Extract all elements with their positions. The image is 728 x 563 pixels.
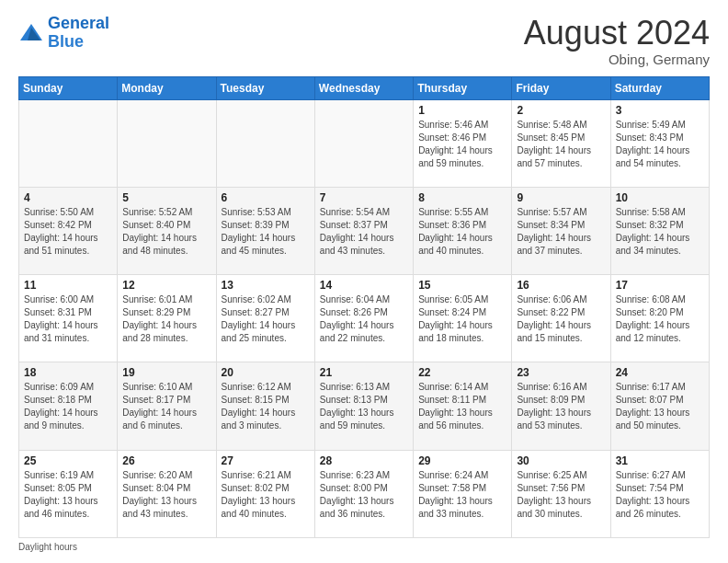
calendar-cell: 16Sunrise: 6:06 AM Sunset: 8:22 PM Dayli…	[512, 275, 610, 362]
day-info: Sunrise: 6:06 AM Sunset: 8:22 PM Dayligh…	[517, 293, 605, 345]
logo-icon	[18, 20, 44, 46]
day-info: Sunrise: 5:50 AM Sunset: 8:42 PM Dayligh…	[24, 206, 112, 258]
calendar-week-row: 11Sunrise: 6:00 AM Sunset: 8:31 PM Dayli…	[19, 275, 710, 362]
day-info: Sunrise: 5:46 AM Sunset: 8:46 PM Dayligh…	[418, 119, 506, 170]
day-number: 14	[320, 279, 408, 292]
calendar-cell: 24Sunrise: 6:17 AM Sunset: 8:07 PM Dayli…	[610, 362, 709, 450]
calendar-cell: 12Sunrise: 6:01 AM Sunset: 8:29 PM Dayli…	[118, 275, 216, 362]
calendar-cell: 8Sunrise: 5:55 AM Sunset: 8:36 PM Daylig…	[414, 187, 512, 274]
day-info: Sunrise: 5:52 AM Sunset: 8:40 PM Dayligh…	[122, 206, 210, 258]
calendar: SundayMondayTuesdayWednesdayThursdayFrid…	[18, 76, 710, 538]
day-info: Sunrise: 5:53 AM Sunset: 8:39 PM Dayligh…	[222, 206, 310, 258]
day-info: Sunrise: 5:49 AM Sunset: 8:43 PM Dayligh…	[616, 119, 704, 170]
day-info: Sunrise: 6:16 AM Sunset: 8:09 PM Dayligh…	[517, 381, 605, 432]
day-number: 21	[320, 366, 408, 379]
calendar-cell: 11Sunrise: 6:00 AM Sunset: 8:31 PM Dayli…	[19, 275, 118, 362]
calendar-cell: 27Sunrise: 6:21 AM Sunset: 8:02 PM Dayli…	[216, 450, 314, 537]
day-info: Sunrise: 6:21 AM Sunset: 8:02 PM Dayligh…	[222, 469, 310, 521]
calendar-cell: 28Sunrise: 6:23 AM Sunset: 8:00 PM Dayli…	[314, 450, 413, 537]
logo-text: General Blue	[48, 15, 109, 52]
calendar-cell: 2Sunrise: 5:48 AM Sunset: 8:45 PM Daylig…	[512, 99, 610, 187]
calendar-day-header: Friday	[512, 76, 610, 99]
day-number: 9	[517, 191, 605, 204]
day-number: 28	[320, 454, 408, 467]
day-info: Sunrise: 6:10 AM Sunset: 8:17 PM Dayligh…	[122, 381, 210, 432]
day-info: Sunrise: 6:25 AM Sunset: 7:56 PM Dayligh…	[517, 469, 605, 521]
calendar-week-row: 25Sunrise: 6:19 AM Sunset: 8:05 PM Dayli…	[19, 450, 710, 537]
calendar-cell: 1Sunrise: 5:46 AM Sunset: 8:46 PM Daylig…	[414, 99, 512, 187]
day-number: 10	[616, 191, 704, 204]
day-number: 30	[517, 454, 605, 467]
day-number: 6	[222, 191, 310, 204]
day-info: Sunrise: 5:55 AM Sunset: 8:36 PM Dayligh…	[418, 206, 506, 258]
calendar-cell	[19, 99, 118, 187]
calendar-cell	[216, 99, 314, 187]
calendar-day-header: Saturday	[610, 76, 709, 99]
day-info: Sunrise: 6:27 AM Sunset: 7:54 PM Dayligh…	[616, 469, 704, 521]
logo: General Blue	[18, 15, 109, 52]
day-info: Sunrise: 6:00 AM Sunset: 8:31 PM Dayligh…	[24, 293, 112, 345]
day-info: Sunrise: 5:58 AM Sunset: 8:32 PM Dayligh…	[616, 206, 704, 258]
calendar-cell: 29Sunrise: 6:24 AM Sunset: 7:58 PM Dayli…	[414, 450, 512, 537]
calendar-cell: 23Sunrise: 6:16 AM Sunset: 8:09 PM Dayli…	[512, 362, 610, 450]
day-number: 13	[222, 279, 310, 292]
day-info: Sunrise: 6:20 AM Sunset: 8:04 PM Dayligh…	[122, 469, 210, 521]
day-info: Sunrise: 5:57 AM Sunset: 8:34 PM Dayligh…	[517, 206, 605, 258]
day-info: Sunrise: 6:12 AM Sunset: 8:15 PM Dayligh…	[222, 381, 310, 432]
calendar-cell: 13Sunrise: 6:02 AM Sunset: 8:27 PM Dayli…	[216, 275, 314, 362]
day-number: 20	[222, 366, 310, 379]
day-info: Sunrise: 6:19 AM Sunset: 8:05 PM Dayligh…	[24, 469, 112, 521]
calendar-day-header: Wednesday	[314, 76, 413, 99]
day-info: Sunrise: 6:24 AM Sunset: 7:58 PM Dayligh…	[418, 469, 506, 521]
day-number: 19	[122, 366, 210, 379]
day-number: 22	[418, 366, 506, 379]
day-info: Sunrise: 6:17 AM Sunset: 8:07 PM Dayligh…	[616, 381, 704, 432]
day-number: 27	[222, 454, 310, 467]
calendar-cell: 21Sunrise: 6:13 AM Sunset: 8:13 PM Dayli…	[314, 362, 413, 450]
day-info: Sunrise: 6:04 AM Sunset: 8:26 PM Dayligh…	[320, 293, 408, 345]
day-info: Sunrise: 6:01 AM Sunset: 8:29 PM Dayligh…	[122, 293, 210, 345]
day-info: Sunrise: 6:23 AM Sunset: 8:00 PM Dayligh…	[320, 469, 408, 521]
day-number: 1	[418, 104, 506, 117]
day-number: 17	[616, 279, 704, 292]
day-number: 16	[517, 279, 605, 292]
calendar-cell: 4Sunrise: 5:50 AM Sunset: 8:42 PM Daylig…	[19, 187, 118, 274]
day-number: 24	[616, 366, 704, 379]
day-number: 26	[122, 454, 210, 467]
calendar-header-row: SundayMondayTuesdayWednesdayThursdayFrid…	[19, 76, 710, 99]
day-number: 31	[616, 454, 704, 467]
month-year: August 2024	[524, 15, 710, 52]
logo-blue: Blue	[48, 32, 84, 51]
calendar-day-header: Tuesday	[216, 76, 314, 99]
day-info: Sunrise: 5:54 AM Sunset: 8:37 PM Dayligh…	[320, 206, 408, 258]
calendar-day-header: Monday	[118, 76, 216, 99]
calendar-cell: 5Sunrise: 5:52 AM Sunset: 8:40 PM Daylig…	[118, 187, 216, 274]
calendar-cell: 18Sunrise: 6:09 AM Sunset: 8:18 PM Dayli…	[19, 362, 118, 450]
day-number: 2	[517, 104, 605, 117]
calendar-cell: 6Sunrise: 5:53 AM Sunset: 8:39 PM Daylig…	[216, 187, 314, 274]
day-info: Sunrise: 6:13 AM Sunset: 8:13 PM Dayligh…	[320, 381, 408, 432]
calendar-day-header: Thursday	[414, 76, 512, 99]
calendar-cell: 26Sunrise: 6:20 AM Sunset: 8:04 PM Dayli…	[118, 450, 216, 537]
calendar-week-row: 18Sunrise: 6:09 AM Sunset: 8:18 PM Dayli…	[19, 362, 710, 450]
calendar-cell: 3Sunrise: 5:49 AM Sunset: 8:43 PM Daylig…	[610, 99, 709, 187]
day-number: 3	[616, 104, 704, 117]
page: General Blue August 2024 Obing, Germany …	[0, 0, 728, 563]
calendar-week-row: 1Sunrise: 5:46 AM Sunset: 8:46 PM Daylig…	[19, 99, 710, 187]
day-info: Sunrise: 6:02 AM Sunset: 8:27 PM Dayligh…	[222, 293, 310, 345]
day-number: 11	[24, 279, 112, 292]
calendar-cell: 14Sunrise: 6:04 AM Sunset: 8:26 PM Dayli…	[314, 275, 413, 362]
calendar-cell: 15Sunrise: 6:05 AM Sunset: 8:24 PM Dayli…	[414, 275, 512, 362]
calendar-day-header: Sunday	[19, 76, 118, 99]
day-number: 4	[24, 191, 112, 204]
calendar-cell: 30Sunrise: 6:25 AM Sunset: 7:56 PM Dayli…	[512, 450, 610, 537]
title-block: August 2024 Obing, Germany	[524, 15, 710, 67]
calendar-week-row: 4Sunrise: 5:50 AM Sunset: 8:42 PM Daylig…	[19, 187, 710, 274]
day-number: 8	[418, 191, 506, 204]
day-info: Sunrise: 6:08 AM Sunset: 8:20 PM Dayligh…	[616, 293, 704, 345]
calendar-cell	[118, 99, 216, 187]
calendar-cell: 19Sunrise: 6:10 AM Sunset: 8:17 PM Dayli…	[118, 362, 216, 450]
header: General Blue August 2024 Obing, Germany	[18, 15, 710, 67]
day-info: Sunrise: 6:05 AM Sunset: 8:24 PM Dayligh…	[418, 293, 506, 345]
logo-general: General	[48, 14, 109, 32]
